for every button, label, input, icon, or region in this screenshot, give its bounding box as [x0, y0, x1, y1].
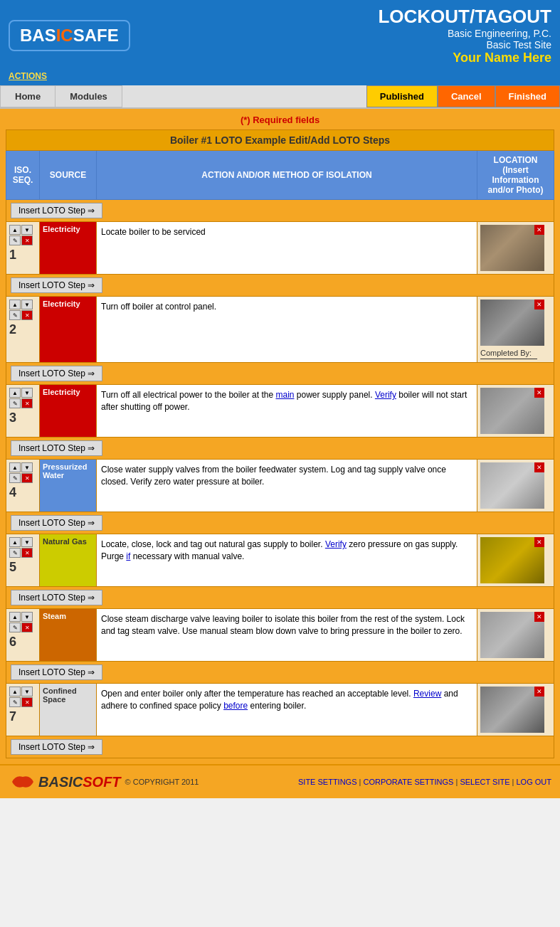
step-6-action-cell: Close steam discharge valve leaving boil…: [97, 609, 477, 662]
step-2-delete-btn[interactable]: ✕: [21, 310, 33, 320]
step-3-delete-btn[interactable]: ✕: [21, 398, 33, 408]
step-1-down-btn[interactable]: ▼: [21, 225, 33, 235]
step-3-down-btn[interactable]: ▼: [21, 388, 33, 398]
step-2-photo: ✕: [480, 300, 544, 346]
step-3-up-btn[interactable]: ▲: [9, 388, 21, 398]
step-2-down-btn[interactable]: ▼: [21, 300, 33, 309]
table-title: Boiler #1 LOTO Example Edit/Add LOTO Ste…: [6, 130, 554, 151]
step-5-down-btn[interactable]: ▼: [21, 537, 33, 547]
step-5-action-cell: Locate, close, lock and tag out natural …: [97, 534, 477, 587]
actions-link[interactable]: ACTIONS: [9, 71, 47, 81]
step-3-photo-delete[interactable]: ✕: [534, 388, 544, 398]
title-company: Basic Engineering, P.C.: [378, 28, 551, 39]
insert-loto-btn-3[interactable]: Insert LOTO Step ⇒: [11, 440, 102, 456]
step-6-action: Close steam discharge valve leaving boil…: [101, 614, 465, 636]
step-4-photo-cell: ✕: [477, 460, 554, 512]
insert-row-5: Insert LOTO Step ⇒: [6, 587, 554, 609]
step-5-delete-btn[interactable]: ✕: [21, 548, 33, 558]
step-1-up-btn[interactable]: ▲: [9, 225, 21, 235]
insert-loto-btn-5[interactable]: Insert LOTO Step ⇒: [11, 590, 102, 605]
step-2-num-area: ▲ ▼ ✎ ✕ 2: [6, 297, 40, 363]
step-7-source-cell: Confined Space: [40, 684, 97, 736]
step-7-down-btn[interactable]: ▼: [21, 687, 33, 696]
step-1-edit-btn[interactable]: ✎: [9, 235, 21, 245]
footer-logo-icon: [9, 771, 37, 793]
step-2-photo-delete[interactable]: ✕: [534, 300, 544, 309]
logo: BASICSAFE: [9, 20, 130, 51]
step-1-delete-btn[interactable]: ✕: [21, 235, 33, 245]
step-4-down-btn[interactable]: ▼: [21, 462, 33, 472]
step-7-photo-cell: ✕: [477, 684, 554, 736]
home-button[interactable]: Home: [0, 85, 55, 107]
step-1-photo-delete[interactable]: ✕: [534, 225, 544, 235]
title-site: Basic Test Site: [378, 39, 551, 51]
step-2-completed-by-line: [480, 359, 537, 359]
step-5-edit-btn[interactable]: ✎: [9, 548, 21, 558]
table-row: ▲ ▼ ✎ ✕ 7 Confined Space Open and enter …: [6, 684, 554, 736]
step-3-photo-cell: ✕: [477, 385, 554, 438]
insert-loto-btn-4[interactable]: Insert LOTO Step ⇒: [11, 515, 102, 531]
step-6-edit-btn[interactable]: ✎: [9, 623, 21, 632]
step-7-delete-btn[interactable]: ✕: [21, 697, 33, 707]
corporate-settings-link[interactable]: CORPORATE SETTINGS: [363, 778, 453, 786]
step-6-source: Steam: [43, 612, 66, 620]
finished-button[interactable]: Finished: [495, 85, 560, 107]
footer-logo: BASICSOFT © COPYRIGHT 2011: [9, 771, 199, 793]
step-5-photo-delete[interactable]: ✕: [534, 537, 544, 547]
step-6-photo-cell: ✕: [477, 609, 554, 662]
step-6-up-btn[interactable]: ▲: [9, 612, 21, 622]
step-5-up-btn[interactable]: ▲: [9, 537, 21, 547]
step-2-up-btn[interactable]: ▲: [9, 300, 21, 309]
insert-row-6: Insert LOTO Step ⇒: [6, 662, 554, 684]
col-iso-seq: ISO. SEQ.: [6, 151, 40, 200]
step-6-photo-delete[interactable]: ✕: [534, 612, 544, 622]
insert-row-3: Insert LOTO Step ⇒: [6, 438, 554, 460]
step-2-action-cell: Turn off boiler at control panel.: [97, 297, 477, 363]
insert-loto-btn-7[interactable]: Insert LOTO Step ⇒: [11, 739, 102, 755]
step-7-up-btn[interactable]: ▲: [9, 687, 21, 696]
step-3-source-cell: Electricity: [40, 385, 97, 438]
step-1-action: Locate boiler to be serviced: [101, 227, 206, 237]
step-7-action-link-1: Review: [413, 689, 441, 699]
footer-copyright: © COPYRIGHT 2011: [125, 778, 199, 786]
col-action: ACTION AND/OR METHOD OF ISOLATION: [97, 151, 477, 200]
step-2-source-cell: Electricity: [40, 297, 97, 363]
step-4-up-btn[interactable]: ▲: [9, 462, 21, 472]
step-3-action-link-1: main: [275, 390, 294, 400]
step-4-delete-btn[interactable]: ✕: [21, 473, 33, 483]
insert-loto-btn-2[interactable]: Insert LOTO Step ⇒: [11, 366, 102, 381]
insert-loto-btn-6[interactable]: Insert LOTO Step ⇒: [11, 664, 102, 680]
cancel-button[interactable]: Cancel: [438, 85, 495, 107]
step-6-down-btn[interactable]: ▼: [21, 612, 33, 622]
step-4-photo-delete[interactable]: ✕: [534, 462, 544, 472]
table-row: ▲ ▼ ✎ ✕ 1 Electricity Locate boiler to b…: [6, 222, 554, 275]
step-6-delete-btn[interactable]: ✕: [21, 623, 33, 632]
step-4-edit-btn[interactable]: ✎: [9, 473, 21, 483]
step-7-number: 7: [9, 709, 16, 724]
modules-button[interactable]: Modules: [55, 85, 122, 107]
title-area: LOCKOUT/TAGOUT Basic Engineering, P.C. B…: [378, 6, 551, 65]
title-user: Your Name Here: [378, 51, 551, 65]
select-site-link[interactable]: SELECT SITE: [460, 778, 509, 786]
logo-text: BASICSAFE: [20, 26, 119, 45]
step-5-photo-cell: ✕: [477, 534, 554, 587]
step-5-action-link-2: if: [126, 551, 130, 561]
step-5-number: 5: [9, 560, 16, 574]
nav-bar: Home Modules Published Cancel Finished: [0, 85, 560, 109]
step-7-photo-delete[interactable]: ✕: [534, 687, 544, 696]
title-lockout: LOCKOUT/TAGOUT: [378, 6, 551, 28]
step-5-source-cell: Natural Gas: [40, 534, 97, 587]
log-out-link[interactable]: LOG OUT: [516, 778, 551, 786]
step-5-action-link-1: Verify: [325, 539, 347, 549]
step-7-edit-btn[interactable]: ✎: [9, 697, 21, 707]
step-3-action-cell: Turn off all electrical power to the boi…: [97, 385, 477, 438]
step-3-edit-btn[interactable]: ✎: [9, 398, 21, 408]
site-settings-link[interactable]: SITE SETTINGS: [298, 778, 357, 786]
step-6-number: 6: [9, 635, 16, 649]
step-2-photo-cell: ✕ Completed By:: [477, 297, 554, 363]
main-content: (*) Required fields Boiler #1 LOTO Examp…: [0, 109, 560, 764]
insert-loto-btn-0[interactable]: Insert LOTO Step ⇒: [11, 203, 102, 218]
step-2-edit-btn[interactable]: ✎: [9, 310, 21, 320]
insert-loto-btn-1[interactable]: Insert LOTO Step ⇒: [11, 277, 102, 293]
published-button[interactable]: Published: [366, 85, 438, 107]
